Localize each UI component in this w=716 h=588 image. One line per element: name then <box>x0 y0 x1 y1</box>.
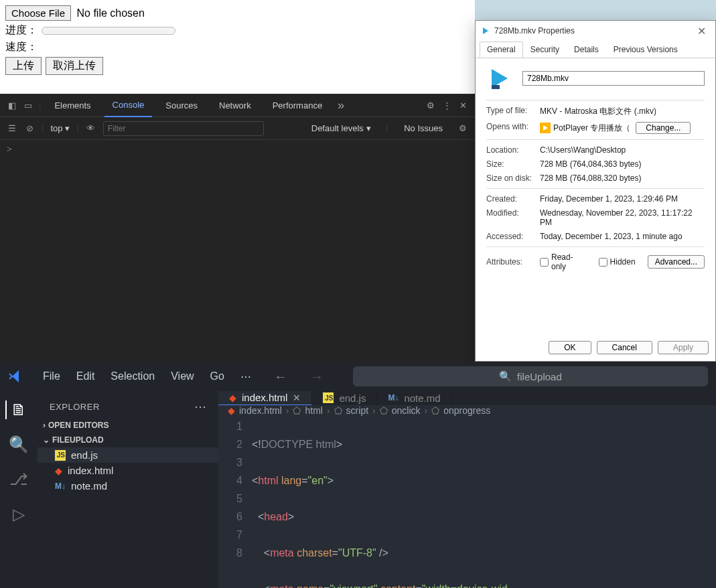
upload-button[interactable]: 上传 <box>5 57 42 75</box>
explorer-icon[interactable]: 🗎 <box>5 400 27 419</box>
advanced-button[interactable]: Advanced... <box>648 255 705 269</box>
no-issues-text[interactable]: No Issues <box>404 123 443 133</box>
tab-details[interactable]: Details <box>567 42 606 58</box>
open-editors-section[interactable]: ›OPEN EDITORS <box>38 418 218 433</box>
progress-bar <box>42 27 175 35</box>
line-gutter: 12345678 <box>218 417 252 587</box>
tab-previous-versions[interactable]: Previous Versions <box>606 42 685 58</box>
filename-input[interactable] <box>522 71 705 86</box>
symbol-icon: ⬠ <box>431 405 439 416</box>
breadcrumb[interactable]: ◆index.html ›⬠html ›⬠script ›⬠onclick ›⬠… <box>218 405 716 416</box>
chevron-right-icon: › <box>43 421 46 430</box>
close-icon[interactable]: ✕ <box>693 25 710 38</box>
source-control-icon[interactable]: ⎇ <box>9 470 28 489</box>
created-value: Friday, December 1, 2023, 1:29:46 PM <box>540 194 705 204</box>
menu-edit[interactable]: Edit <box>76 370 95 382</box>
progress-label: 进度： <box>5 23 38 38</box>
inspect-icon[interactable]: ◧ <box>7 100 17 111</box>
menu-view[interactable]: View <box>171 370 194 382</box>
code-editor[interactable]: 12345678 <!DOCTYPE html> <html lang="en"… <box>218 416 716 588</box>
tab-security[interactable]: Security <box>523 42 567 58</box>
location-value: C:\Users\Wang\Desktop <box>540 145 705 155</box>
tab-end-js[interactable]: JSend.js <box>312 391 377 405</box>
menu-selection[interactable]: Selection <box>111 370 155 382</box>
tab-index-html[interactable]: ◆index.html✕ <box>218 391 312 405</box>
size-on-disk-label: Size on disk: <box>486 173 540 183</box>
file-index-html[interactable]: ◆index.html <box>38 463 218 478</box>
tab-console[interactable]: Console <box>104 94 153 117</box>
command-center[interactable]: 🔍 fileUpload <box>353 366 708 386</box>
eye-icon[interactable]: 👁 <box>86 123 96 134</box>
html-file-icon: ◆ <box>55 465 62 476</box>
cancel-button[interactable]: Cancel <box>597 341 652 354</box>
symbol-icon: ⬠ <box>334 405 342 416</box>
vscode-body: 🗎 🔍 ⎇ ▷ EXPLORER ⋯ ›OPEN EDITORS ⌄FILEUP… <box>0 391 716 588</box>
console-toolbar: ☰ ⊘ | top ▾ | 👁 Default levels ▾ | No Is… <box>0 117 475 140</box>
hidden-checkbox[interactable]: Hidden <box>599 257 636 267</box>
search-icon[interactable]: 🔍 <box>9 435 29 454</box>
dialog-titlebar[interactable]: 728Mb.mkv Properties ✕ <box>476 21 715 41</box>
choose-file-button[interactable]: Choose File <box>5 5 71 21</box>
symbol-icon: ⬠ <box>293 405 301 416</box>
tab-performance[interactable]: Performance <box>265 94 330 117</box>
device-toggle-icon[interactable]: ▭ <box>23 100 33 111</box>
kebab-icon[interactable]: ⋮ <box>441 100 452 111</box>
tab-note-md[interactable]: M↓note.md <box>377 391 451 405</box>
vscode-logo-icon <box>8 369 23 384</box>
created-label: Created: <box>486 194 540 204</box>
tab-network[interactable]: Network <box>211 94 259 117</box>
apply-button[interactable]: Apply <box>658 341 709 354</box>
opens-with-label: Opens with: <box>486 122 540 134</box>
md-file-icon: M↓ <box>55 482 66 491</box>
cancel-upload-button[interactable]: 取消上传 <box>46 57 103 75</box>
search-icon: 🔍 <box>499 370 512 382</box>
menu-file[interactable]: File <box>43 370 60 382</box>
js-file-icon: JS <box>55 450 66 461</box>
md-file-icon: M↓ <box>388 393 399 402</box>
size-label: Size: <box>486 159 540 169</box>
modified-label: Modified: <box>486 208 540 227</box>
filter-input[interactable] <box>103 121 264 136</box>
folder-section[interactable]: ⌄FILEUPLOAD <box>38 433 218 447</box>
nav-back-icon[interactable]: ← <box>274 369 287 384</box>
context-selector[interactable]: top ▾ <box>50 123 70 133</box>
console-settings-icon[interactable]: ⚙ <box>457 123 468 134</box>
close-tab-icon[interactable]: ✕ <box>293 392 301 403</box>
code-lines[interactable]: <!DOCTYPE html> <html lang="en"> <head> … <box>252 417 716 587</box>
speed-label: 速度： <box>5 40 38 54</box>
run-debug-icon[interactable]: ▷ <box>13 505 25 524</box>
file-note-md[interactable]: M↓note.md <box>38 478 218 494</box>
change-button[interactable]: Change... <box>636 122 691 134</box>
ok-button[interactable]: OK <box>549 341 591 354</box>
activity-bar: 🗎 🔍 ⎇ ▷ <box>0 391 38 588</box>
readonly-checkbox[interactable]: Read-only <box>540 252 587 271</box>
chevron-down-icon: ▾ <box>366 123 371 133</box>
more-tabs-icon[interactable]: » <box>336 100 346 111</box>
browser-page: Choose File No file chosen 进度： 速度： 上传 取消… <box>0 0 475 94</box>
tab-general[interactable]: General <box>480 42 523 58</box>
tab-sources[interactable]: Sources <box>157 94 206 117</box>
file-end-js[interactable]: JSend.js <box>38 447 218 463</box>
console-body[interactable]: > <box>0 140 475 158</box>
opens-with-value: PotPlayer 专用播放（Change... <box>540 122 705 134</box>
menu-go[interactable]: Go <box>210 370 224 382</box>
clear-console-icon[interactable]: ⊘ <box>24 123 35 134</box>
chevron-down-icon: ▾ <box>65 123 70 133</box>
svg-marker-3 <box>543 125 548 131</box>
log-levels-dropdown[interactable]: Default levels ▾ <box>311 123 371 133</box>
close-devtools-icon[interactable]: ✕ <box>457 100 468 111</box>
menu-more-icon[interactable]: ⋯ <box>240 370 251 383</box>
svg-marker-1 <box>492 69 508 88</box>
nav-forward-icon[interactable]: → <box>310 369 324 384</box>
settings-icon[interactable]: ⚙ <box>425 100 436 111</box>
file-icon <box>481 26 490 35</box>
no-file-text: No file chosen <box>77 7 145 19</box>
sidebar-toggle-icon[interactable]: ☰ <box>7 123 17 134</box>
svg-rect-2 <box>492 85 500 89</box>
size-on-disk-value: 728 MB (764,088,320 bytes) <box>540 173 705 183</box>
attributes-label: Attributes: <box>486 257 540 267</box>
explorer-more-icon[interactable]: ⋯ <box>194 399 207 414</box>
accessed-label: Accessed: <box>486 232 540 241</box>
tab-elements[interactable]: Elements <box>46 94 98 117</box>
js-file-icon: JS <box>323 392 334 403</box>
